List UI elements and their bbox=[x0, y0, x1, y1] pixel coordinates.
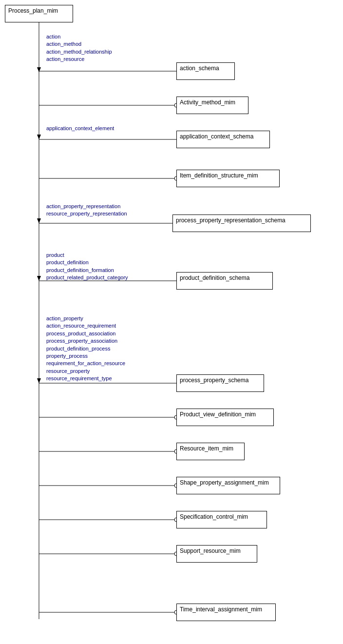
diagram-container: Process_plan_mim action_schema Activity_… bbox=[0, 0, 343, 644]
svg-marker-2 bbox=[37, 67, 41, 72]
box-product-definition-schema: product_definition_schema bbox=[176, 272, 273, 290]
box-action-schema: action_schema bbox=[176, 62, 235, 80]
box-application-context-schema: application_context_schema bbox=[176, 131, 270, 148]
svg-marker-5 bbox=[37, 135, 41, 139]
label-group-1: action action_method action_method_relat… bbox=[46, 33, 112, 63]
box-activity-method-mim: Activity_method_mim bbox=[176, 97, 248, 114]
box-product-view-definition-mim: Product_view_definition_mim bbox=[176, 409, 274, 426]
svg-marker-13 bbox=[37, 378, 41, 383]
box-item-definition-structure-mim: Item_definition_structure_mim bbox=[176, 170, 280, 187]
box-time-interval-assignment-mim: Time_interval_assignment_mim bbox=[176, 604, 276, 621]
box-process-plan-mim: Process_plan_mim bbox=[5, 5, 73, 22]
box-resource-item-mim: Resource_item_mim bbox=[176, 443, 245, 460]
box-process-property-schema: process_property_schema bbox=[176, 374, 264, 392]
box-support-resource-mim: Support_resource_mim bbox=[176, 545, 257, 563]
label-group-5: action_property action_resource_requirem… bbox=[46, 315, 125, 383]
label-group-2: application_context_element bbox=[46, 125, 114, 132]
box-specification-control-mim: Specification_control_mim bbox=[176, 511, 267, 528]
box-process-property-representation-schema: process_property_representation_schema bbox=[172, 215, 311, 232]
svg-marker-9 bbox=[37, 218, 41, 223]
box-shape-property-assignment-mim: Shape_property_assignment_mim bbox=[176, 477, 280, 494]
svg-marker-11 bbox=[37, 276, 41, 281]
label-group-3: action_property_representation resource_… bbox=[46, 203, 127, 218]
label-group-4: product product_definition product_defin… bbox=[46, 252, 128, 282]
